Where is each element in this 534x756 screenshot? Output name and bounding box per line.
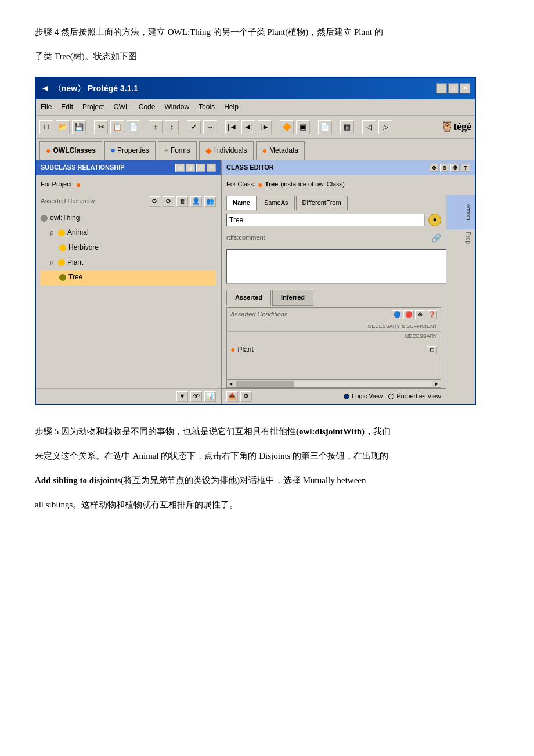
comment-row: rdfs:comment 🔗 bbox=[222, 230, 446, 247]
class-tab-bar: Name SameAs DifferentFrom bbox=[222, 195, 446, 210]
title-icon: ◄ bbox=[41, 80, 50, 97]
bottom-btn-1[interactable]: 📥 bbox=[226, 391, 238, 402]
nav1-button[interactable]: |◄ bbox=[225, 120, 239, 134]
ce-btn-1[interactable]: ⊕ bbox=[430, 164, 439, 172]
comment-textarea[interactable] bbox=[226, 249, 450, 284]
left-bottom-btn1[interactable]: ▼ bbox=[176, 391, 188, 402]
menu-file[interactable]: File bbox=[41, 101, 52, 114]
minimize-button[interactable]: — bbox=[436, 83, 447, 93]
hier-btn-2[interactable]: ⚙ bbox=[163, 196, 174, 207]
tab-properties[interactable]: ■ Properties bbox=[104, 141, 156, 160]
left-bottom-btn2[interactable]: 👁 bbox=[190, 391, 202, 402]
ce-btn-4[interactable]: T bbox=[461, 164, 470, 172]
plant-condition-dot-icon: ● bbox=[230, 343, 235, 357]
tree-item-owlthing[interactable]: owl:Thing bbox=[41, 211, 216, 226]
asserted-inferred-tabs: Asserted Inferred bbox=[226, 290, 441, 306]
properties-view-radio[interactable]: Properties View bbox=[388, 391, 441, 402]
logic-view-radio[interactable]: Logic View bbox=[344, 391, 383, 402]
owlclasses-dot-icon: ● bbox=[46, 143, 50, 158]
menu-edit[interactable]: Edit bbox=[61, 101, 73, 114]
nec-suf-label: NECESSARY & SUFFICIENT bbox=[227, 322, 441, 332]
check-button[interactable]: ✓ bbox=[187, 120, 201, 134]
cut-button[interactable]: ✂ bbox=[94, 120, 108, 134]
properties-view-radio-icon bbox=[388, 394, 394, 399]
tree-item-animal[interactable]: ρ Animal bbox=[41, 225, 216, 240]
nav3-button[interactable]: |► bbox=[258, 120, 272, 134]
paragraph-2: 子类 Tree(树)。状态如下图 bbox=[35, 48, 499, 65]
copy-button[interactable]: 📋 bbox=[110, 120, 124, 134]
annot-prop: Prop bbox=[446, 229, 475, 246]
subclass-extra-btn[interactable]: ¹ bbox=[207, 164, 216, 172]
toolbar: □ 📂 💾 ✂ 📋 📄 ↕ ↕ ✓ → |◄ ◄| |► 🔶 ▣ 📄 ▦ ◁ ▷… bbox=[36, 116, 475, 138]
close-button[interactable]: ✕ bbox=[460, 83, 470, 93]
class-name-display: Tree bbox=[265, 179, 279, 190]
tab-differentfrom[interactable]: DifferentFrom bbox=[296, 196, 348, 210]
paste-button[interactable]: 📄 bbox=[127, 120, 140, 134]
new-button[interactable]: □ bbox=[39, 120, 53, 134]
scroll-right-btn[interactable]: ► bbox=[433, 379, 441, 388]
bottom-btn-2[interactable]: ⚙ bbox=[240, 391, 252, 402]
tab-individuals[interactable]: ◆ Individuals bbox=[199, 141, 254, 160]
menu-help[interactable]: Help bbox=[224, 101, 239, 114]
tab-sameas[interactable]: SameAs bbox=[258, 196, 295, 210]
tree-item-herbivore[interactable]: Herbivore bbox=[41, 240, 216, 255]
back-button[interactable]: ◁ bbox=[362, 120, 376, 134]
owl2-button[interactable]: ▣ bbox=[296, 120, 310, 134]
paragraph-5-3: 来定义这个关系。在选中 Animal 的状态下，点击右下角的 Disjoints… bbox=[35, 447, 499, 465]
tab-inferred[interactable]: Inferred bbox=[272, 290, 313, 306]
tab-metadata[interactable]: ● Metadata bbox=[256, 141, 305, 160]
properties-sq-icon: ■ bbox=[111, 145, 115, 157]
sort2-button[interactable]: ↕ bbox=[165, 120, 179, 134]
save-button[interactable]: 💾 bbox=[72, 120, 86, 134]
hierarchy-label: Asserted Hierarchy bbox=[41, 196, 146, 207]
menu-project[interactable]: Project bbox=[82, 101, 104, 114]
annot-panel: Annota Prop bbox=[446, 195, 475, 404]
tree-item-tree[interactable]: Tree bbox=[41, 270, 216, 285]
tree-item-plant[interactable]: ρ Plant bbox=[41, 255, 216, 271]
open-button[interactable]: 📂 bbox=[56, 120, 70, 134]
menu-owl[interactable]: OWL bbox=[113, 101, 129, 114]
tab-owlclasses[interactable]: ● OWLClasses bbox=[39, 141, 102, 160]
menu-bar: File Edit Project OWL Code Window Tools … bbox=[36, 99, 475, 116]
menu-window[interactable]: Window bbox=[164, 101, 189, 114]
menu-code[interactable]: Code bbox=[139, 101, 156, 114]
ce-btn-2[interactable]: ⊖ bbox=[440, 164, 449, 172]
logic-view-label: Logic View bbox=[352, 391, 383, 402]
owl1-button[interactable]: 🔶 bbox=[280, 120, 294, 134]
arrow-button[interactable]: → bbox=[203, 120, 217, 134]
nav2-button[interactable]: ◄| bbox=[241, 120, 255, 134]
subclass-back-btn[interactable]: ◁ bbox=[175, 164, 185, 172]
menu-tools[interactable]: Tools bbox=[199, 101, 215, 114]
hier-btn-5[interactable]: 👥 bbox=[204, 196, 216, 207]
scroll-left-btn[interactable]: ◄ bbox=[227, 379, 234, 388]
left-bottom-btn3[interactable]: 📊 bbox=[204, 391, 216, 402]
hier-btn-3[interactable]: 🗑 bbox=[176, 196, 188, 207]
subclass-fwd-btn[interactable]: ▷ bbox=[186, 164, 195, 172]
herbivore-label: Herbivore bbox=[68, 242, 99, 254]
main-area: SUBCLASS RELATIONSHIP ◁ ▷ □ ¹ For Projec… bbox=[36, 160, 475, 404]
cond-btn-4[interactable]: ❓ bbox=[427, 310, 437, 319]
tab-forms[interactable]: ≡ Forms bbox=[158, 141, 197, 160]
class-editor-header: CLASS EDITOR ⊕ ⊖ ⚙ T bbox=[222, 160, 475, 175]
scroll-track bbox=[236, 381, 432, 387]
doc-button[interactable]: 📄 bbox=[318, 120, 332, 134]
individuals-diamond-icon: ◆ bbox=[205, 143, 212, 158]
hier-btn-1[interactable]: ⚙ bbox=[149, 196, 160, 207]
forward-button[interactable]: ▷ bbox=[378, 120, 392, 134]
grid-button[interactable]: ▦ bbox=[340, 120, 354, 134]
hier-btn-4[interactable]: 👤 bbox=[190, 196, 202, 207]
cond-btn-1[interactable]: 🔵 bbox=[392, 310, 402, 319]
horizontal-scrollbar[interactable]: ◄ ► bbox=[226, 380, 441, 388]
sort-button[interactable]: ↕ bbox=[149, 120, 163, 134]
class-tree: owl:Thing ρ Animal Herbivore ρ Plant bbox=[36, 208, 221, 388]
ce-btn-3[interactable]: ⚙ bbox=[450, 164, 460, 172]
e-button[interactable]: ⊑ bbox=[427, 346, 437, 354]
tab-name[interactable]: Name bbox=[226, 196, 257, 210]
name-input[interactable] bbox=[226, 214, 425, 226]
tab-asserted[interactable]: Asserted bbox=[226, 290, 271, 306]
cond-btn-2[interactable]: 🔴 bbox=[403, 310, 414, 319]
maximize-button[interactable]: □ bbox=[448, 83, 459, 93]
paragraph-5-1: 步骤 5 因为动物和植物是不同的事物，也就是说它们互相具有排他性(owl:dis… bbox=[35, 423, 499, 440]
cond-btn-3[interactable]: ⊕ bbox=[415, 310, 425, 319]
subclass-copy-btn[interactable]: □ bbox=[196, 164, 205, 172]
